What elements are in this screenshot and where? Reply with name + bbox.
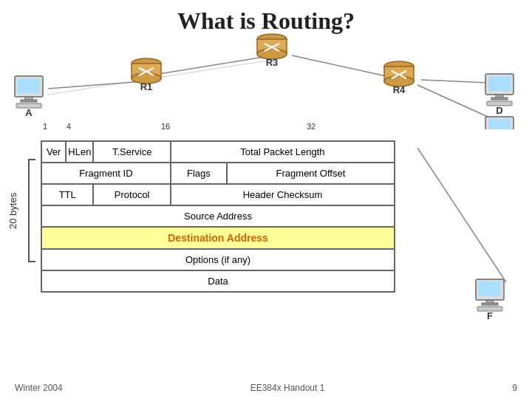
table-row: Ver HLen T.Service Total Packet Length [41,141,395,163]
svg-line-4 [417,85,488,117]
svg-line-5 [48,59,277,95]
tservice-cell: T.Service [93,141,171,163]
footer-left: Winter 2004 [15,383,63,393]
fragment-offset-cell: Fragment Offset [227,163,395,184]
svg-text:F: F [487,310,493,321]
table-row: TTL Protocol Header Checksum [41,184,395,205]
footer-right: 9 [512,383,517,393]
svg-rect-31 [488,76,511,91]
table-row: Source Address [41,205,395,227]
svg-rect-47 [479,282,501,296]
bytes-bracket [28,159,35,262]
svg-text:R4: R4 [393,84,406,95]
bytes-label: 20 bytes [7,159,18,262]
svg-text:1: 1 [43,122,47,129]
data-cell: Data [41,270,395,292]
protocol-cell: Protocol [93,184,171,205]
svg-rect-9 [21,100,37,102]
fragment-id-cell: Fragment ID [41,163,171,184]
node-A: A [15,76,43,118]
ip-header-table: Ver HLen T.Service Total Packet Length F… [41,140,395,293]
svg-line-3 [421,80,488,83]
slide: What is Routing? A [0,0,532,399]
footer-center: EE384x Handout 1 [250,383,325,393]
source-address-cell: Source Address [41,205,395,227]
options-cell: Options (if any) [41,249,395,270]
hlen-cell: HLen [66,141,93,163]
checksum-cell: Header Checksum [171,184,395,205]
total-length-cell: Total Packet Length [171,141,395,163]
network-diagram: A R1 R3 R4 [0,0,532,129]
svg-text:16: 16 [161,122,170,129]
node-F: F [474,273,519,328]
ttl-cell: TTL [41,184,93,205]
table-row: Data [41,270,395,292]
node-E: E [485,117,514,129]
svg-rect-7 [18,78,40,93]
svg-text:32: 32 [307,122,316,129]
svg-text:D: D [496,105,502,116]
ip-header: Ver HLen T.Service Total Packet Length F… [41,140,395,293]
svg-text:A: A [25,107,33,118]
destination-address-cell: Destination Address [41,227,395,249]
node-R1: R1 [132,58,161,92]
svg-line-1 [159,55,273,74]
node-D: D [485,74,514,116]
flags-cell: Flags [171,163,227,184]
svg-rect-37 [488,119,511,129]
svg-line-52 [417,148,506,282]
svg-text:R3: R3 [266,57,279,68]
table-row: Destination Address [41,227,395,249]
svg-text:R1: R1 [140,81,153,92]
node-R3: R3 [257,34,287,68]
footer: Winter 2004 EE384x Handout 1 9 [15,383,517,393]
table-row: Fragment ID Flags Fragment Offset [41,163,395,184]
svg-text:4: 4 [66,122,71,129]
svg-line-0 [48,81,144,89]
table-row: Options (if any) [41,249,395,270]
svg-rect-33 [491,98,508,100]
ver-cell: Ver [41,141,66,163]
svg-rect-49 [482,303,498,305]
node-R4: R4 [384,61,414,95]
